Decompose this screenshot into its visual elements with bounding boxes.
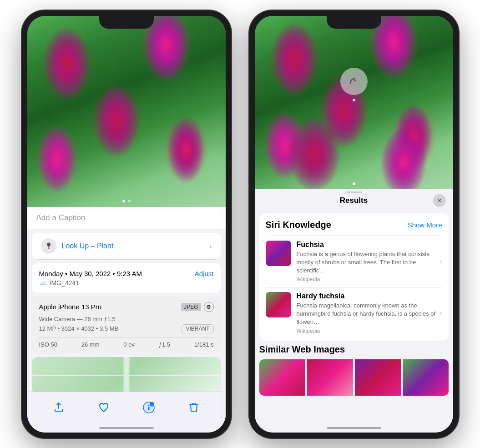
svg-point-2 [48,248,49,249]
camera-detail: Wide Camera — 26 mm ƒ1.5 [39,316,214,322]
show-more-button[interactable]: Show More [408,221,442,229]
siri-section-header: Siri Knowledge Show More [266,220,442,230]
resolution-text: 12 MP • 3024 × 4032 • 3.5 MB [39,325,119,332]
lookup-chevron-icon: › [210,242,212,250]
map-section[interactable] [32,357,221,393]
notch-2 [327,16,381,29]
flower-background [27,16,226,207]
camera-section: Apple iPhone 13 Pro JPEG ⚙ Wide Camera —… [32,297,221,353]
svg-rect-0 [47,247,50,247]
hardy-thumbnail [266,292,291,317]
home-indicator-1 [99,427,154,429]
aperture-value: ƒ1.5 [159,341,170,348]
hardy-source: Wikipedia [297,328,442,334]
lookup-subject: Plant [97,242,113,250]
fuchsia-name: Fuchsia [297,241,442,249]
photo-dots-2 [353,182,355,185]
fuchsia-chevron-icon: › [440,257,442,266]
web-images-title: Similar Web Images [259,344,449,355]
phone-2: Results ✕ Siri Knowledge Show More [249,10,459,438]
dot-1 [122,200,125,202]
web-images-section: Similar Web Images [259,344,449,396]
lookup-icon [41,238,56,254]
camera-header: Apple iPhone 13 Pro JPEG ⚙ [39,302,214,312]
fuchsia-text: Fuchsia Fuchsia is a genus of flowering … [297,241,442,283]
map-roads [32,357,221,393]
exif-row: ISO 50 26 mm 0 ev ƒ1.5 1/181 s [39,337,214,348]
hardy-name: Hardy fuchsia [297,292,442,300]
heart-button[interactable] [94,398,114,418]
svg-text:i: i [152,403,152,407]
date-info-section: Monday • May 30, 2022 • 9:23 AM Adjust ☁… [32,263,221,293]
hardy-chevron-icon: › [440,309,442,317]
camera-model: Apple iPhone 13 Pro [39,303,102,311]
fuchsia-desc: Fuchsia is a genus of flowering plants t… [297,250,442,275]
ev-value: 0 ev [123,341,135,348]
visual-search-icon [340,68,368,95]
home-indicator-2 [327,427,381,429]
svg-rect-1 [47,247,50,248]
search-dot [353,99,355,101]
phone1-screen: Add a Caption Look Up – Plant [27,16,226,433]
web-image-3[interactable] [355,359,401,396]
phones-container: Add a Caption Look Up – Plant [13,1,468,447]
flower-background-2 [255,16,453,189]
fuchsia-source: Wikipedia [297,276,442,282]
svg-point-5 [148,405,150,406]
filename-text: IMG_4241 [50,279,79,287]
knowledge-item-fuchsia[interactable]: Fuchsia Fuchsia is a genus of flowering … [266,236,442,287]
knowledge-item-hardy[interactable]: Hardy fuchsia Fuchsia magellanica, commo… [266,287,442,339]
svg-rect-6 [148,407,150,410]
trash-button[interactable] [184,398,204,418]
date-text: Monday • May 30, 2022 • 9:23 AM [39,270,142,277]
bottom-toolbar: i [27,392,226,433]
shutter-value: 1/181 s [194,341,214,348]
caption-area[interactable]: Add a Caption [27,207,226,229]
filename-row: ☁️ IMG_4241 [39,279,214,287]
results-handle [346,191,362,193]
fuchsia-thumbnail [266,241,291,266]
siri-knowledge-section: Siri Knowledge Show More Fuchsia Fuchsia… [259,213,449,341]
dot-2 [128,200,131,202]
adjust-button[interactable]: Adjust [195,270,214,277]
dot2-1 [353,182,355,185]
photo-display[interactable] [27,16,226,207]
settings-icon[interactable]: ⚙ [204,302,214,312]
date-row: Monday • May 30, 2022 • 9:23 AM Adjust [39,270,214,277]
vibrant-badge: VIBRANT [182,324,213,333]
notch-1 [99,16,154,29]
siri-knowledge-title: Siri Knowledge [266,220,331,230]
phone2-screen: Results ✕ Siri Knowledge Show More [255,16,453,433]
close-button[interactable]: ✕ [433,194,446,207]
focal-value: 26 mm [81,341,100,348]
lookup-text: Look Up – [62,242,97,250]
web-images-row [259,359,449,396]
phone-1: Add a Caption Look Up – Plant [22,10,231,438]
lookup-label: Look Up – Plant [62,242,114,250]
results-title: Results [275,196,433,205]
svg-point-9 [354,80,356,81]
resolution-row: 12 MP • 3024 × 4032 • 3.5 MB VIBRANT [39,324,214,333]
hardy-desc: Fuchsia magellanica, commonly known as t… [297,302,442,327]
results-panel: Results ✕ Siri Knowledge Show More [255,189,453,433]
close-icon: ✕ [437,197,442,204]
photo-dots [122,200,131,202]
hardy-text: Hardy fuchsia Fuchsia magellanica, commo… [297,292,442,334]
caption-placeholder[interactable]: Add a Caption [36,213,86,222]
lookup-row[interactable]: Look Up – Plant › [32,233,221,260]
cloud-icon: ☁️ [39,279,47,287]
jpeg-badge: JPEG [181,303,201,311]
share-button[interactable] [49,398,69,418]
format-badges: JPEG ⚙ [181,302,213,312]
web-image-2[interactable] [307,359,353,396]
web-image-1[interactable] [259,359,305,396]
info-button[interactable]: i [139,398,159,418]
iso-value: ISO 50 [39,341,57,348]
web-image-4[interactable] [403,359,449,396]
photo-display-2[interactable] [255,16,453,189]
